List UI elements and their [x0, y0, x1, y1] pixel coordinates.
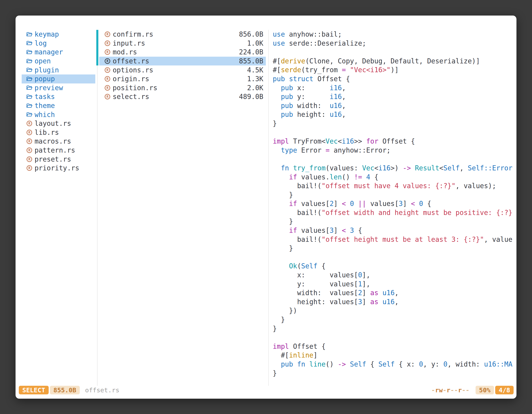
- file-name: input.rs: [113, 39, 145, 47]
- status-filename: offset.rs: [85, 386, 119, 394]
- file-row-mod-rs[interactable]: Rmod.rs224.0B: [99, 48, 266, 57]
- sidebar-item-label: manager: [35, 48, 63, 56]
- sidebar-item-popup[interactable]: popup: [22, 75, 95, 83]
- sidebar-item-label: log: [35, 39, 47, 47]
- code-line: #[inline]: [273, 351, 516, 360]
- code-line: Ok(Self {: [273, 262, 516, 271]
- code-line: bail!("offset must have 4 values: {:?}",…: [273, 182, 516, 191]
- folder-icon: [26, 76, 33, 82]
- rust-file-icon: R: [105, 58, 110, 64]
- rust-file-icon: R: [27, 156, 32, 162]
- code-line: }: [273, 217, 516, 226]
- file-name: confirm.rs: [113, 30, 153, 38]
- sidebar-item-label: tasks: [35, 93, 55, 101]
- status-right: -rw-r--r-- 50% 4/8: [431, 386, 513, 394]
- rust-file-icon: R: [105, 67, 110, 73]
- file-row-position-rs[interactable]: Rposition.rs2.0K: [99, 83, 266, 92]
- code-line: }: [273, 324, 516, 333]
- code-line: [273, 155, 516, 164]
- file-size: 1.0K: [247, 39, 263, 47]
- current-pane: Rconfirm.rs856.0BRinput.rs1.0KRmod.rs224…: [97, 30, 269, 386]
- code-line: use anyhow::bail;: [273, 30, 516, 39]
- sidebar-item-label: pattern.rs: [35, 146, 75, 154]
- code-line: type Error = anyhow::Error;: [273, 146, 516, 155]
- file-name: origin.rs: [113, 75, 149, 83]
- code-line: fn try_from(values: Vec<i16>) -> Result<…: [273, 164, 516, 173]
- code-line: pub height: u16,: [273, 110, 516, 119]
- folder-icon: [26, 112, 33, 117]
- file-row-options-rs[interactable]: Roptions.rs4.5K: [99, 66, 266, 75]
- sidebar-item-label: macros.rs: [35, 137, 71, 145]
- sidebar-item-keymap[interactable]: keymap: [22, 30, 95, 39]
- sidebar-item-label: plugin: [35, 66, 59, 74]
- file-row-confirm-rs[interactable]: Rconfirm.rs856.0B: [99, 30, 266, 39]
- file-size: 855.0B: [239, 57, 263, 65]
- sidebar-item-tasks[interactable]: tasks: [22, 92, 95, 101]
- file-size: 1.3K: [247, 75, 263, 83]
- file-size-badge: 855.0B: [50, 386, 80, 394]
- code-line: [273, 333, 516, 342]
- rust-file-icon: R: [105, 49, 110, 55]
- code-line: height: values[3] as u16,: [273, 298, 516, 306]
- code-line: pub fn line() -> Self { Self { x: 0, y: …: [273, 360, 516, 369]
- code-line: pub y: i16,: [273, 92, 516, 101]
- status-bar: SELECT 855.0B offset.rs -rw-r--r-- 50% 4…: [19, 386, 513, 394]
- sidebar-item-layout-rs[interactable]: Rlayout.rs: [22, 119, 95, 128]
- file-name: mod.rs: [113, 48, 137, 56]
- file-row-origin-rs[interactable]: Rorigin.rs1.3K: [99, 75, 266, 83]
- sidebar-item-label: which: [35, 111, 55, 119]
- rust-file-icon: R: [27, 165, 32, 171]
- status-left: SELECT 855.0B offset.rs: [19, 386, 119, 394]
- file-name: select.rs: [113, 93, 149, 101]
- code-line: x: values[0],: [273, 271, 516, 279]
- sidebar-item-label: priority.rs: [35, 164, 79, 172]
- folder-icon: [26, 94, 33, 99]
- sidebar-item-label: open: [35, 57, 51, 65]
- code-line: }: [273, 315, 516, 324]
- code-line: if values[3] < 3 {: [273, 226, 516, 235]
- code-line: y: values[1],: [273, 279, 516, 289]
- cursor-position-badge: 4/8: [495, 386, 513, 394]
- sidebar-item-label: preview: [35, 84, 63, 92]
- sidebar-item-macros-rs[interactable]: Rmacros.rs: [22, 137, 95, 146]
- sidebar-item-label: layout.rs: [35, 119, 71, 127]
- sidebar-item-which[interactable]: which: [22, 110, 95, 119]
- file-row-input-rs[interactable]: Rinput.rs1.0K: [99, 39, 266, 48]
- code-line: [273, 48, 516, 57]
- mode-badge: SELECT: [19, 386, 49, 394]
- code-line: #[derive(Clone, Copy, Debug, Default, De…: [273, 57, 516, 66]
- sidebar-item-pattern-rs[interactable]: Rpattern.rs: [22, 146, 95, 155]
- folder-icon: [26, 32, 33, 37]
- code-line: [273, 253, 516, 262]
- code-line: if values[2] < 0 || values[3] < 0 {: [273, 199, 516, 208]
- rust-file-icon: R: [27, 130, 32, 135]
- sidebar-item-preset-rs[interactable]: Rpreset.rs: [22, 155, 95, 164]
- code-line: }): [273, 306, 516, 315]
- file-name: options.rs: [113, 66, 153, 74]
- code-line: impl TryFrom<Vec<i16>> for Offset {: [273, 137, 516, 146]
- sidebar-item-preview[interactable]: preview: [22, 83, 95, 92]
- code-line: }: [273, 191, 516, 199]
- parent-pane: keymaplogmanageropenpluginpopuppreviewta…: [16, 30, 97, 386]
- file-row-offset-rs[interactable]: Roffset.rs855.0B: [99, 57, 266, 66]
- sidebar-item-manager[interactable]: manager: [22, 48, 95, 57]
- rust-file-icon: R: [105, 76, 110, 82]
- sidebar-item-priority-rs[interactable]: Rpriority.rs: [22, 164, 95, 173]
- code-line: bail!("offset height must be at least 3:…: [273, 235, 516, 244]
- sidebar-item-open[interactable]: open: [22, 57, 95, 66]
- sidebar-item-theme[interactable]: theme: [22, 101, 95, 110]
- rust-file-icon: R: [105, 40, 110, 46]
- file-size: 224.0B: [239, 48, 263, 56]
- sidebar-item-lib-rs[interactable]: Rlib.rs: [22, 128, 95, 137]
- permissions-text: -rw-r--r--: [431, 386, 469, 394]
- folder-icon: [26, 85, 33, 90]
- sidebar-item-log[interactable]: log: [22, 39, 95, 48]
- code-line: pub width: u16,: [273, 101, 516, 110]
- sidebar-item-plugin[interactable]: plugin: [22, 66, 95, 75]
- rust-file-icon: R: [27, 121, 32, 126]
- code-preview: use anyhow::bail;use serde::Deserialize;…: [273, 30, 516, 378]
- code-line: pub struct Offset {: [273, 75, 516, 83]
- code-line: use serde::Deserialize;: [273, 39, 516, 48]
- file-row-select-rs[interactable]: Rselect.rs489.0B: [99, 92, 266, 101]
- file-size: 2.0K: [247, 84, 263, 92]
